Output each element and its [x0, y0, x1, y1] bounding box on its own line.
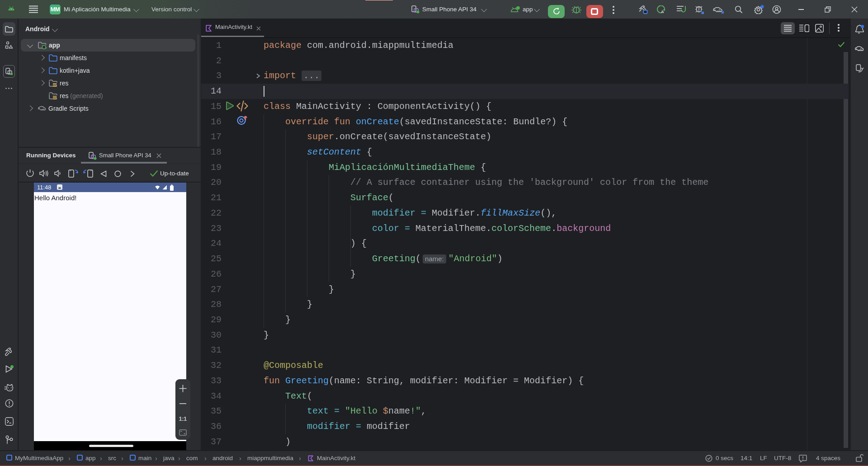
svg-text:A: A	[661, 9, 664, 14]
